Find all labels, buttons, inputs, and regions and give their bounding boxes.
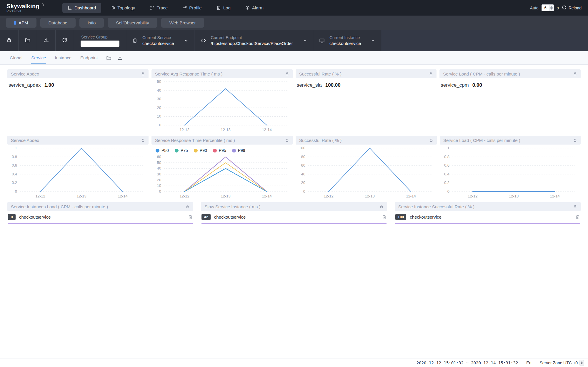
svg-text:12-12: 12-12 — [179, 194, 189, 198]
legend-item-p50[interactable]: P50 — [156, 148, 169, 153]
lock-icon[interactable] — [379, 205, 384, 209]
svg-text:60: 60 — [301, 163, 305, 167]
nav-item-dashboard[interactable]: Dashboard — [62, 3, 101, 13]
card-slow-instance: Slow Service Instance ( ms ) 42 checkout… — [201, 202, 387, 224]
svg-text:50: 50 — [157, 79, 161, 84]
tab-instance[interactable]: Instance — [55, 51, 71, 64]
service-load-chart[interactable]: 00.20.40.60.8112-1212-1312-14 — [440, 145, 581, 200]
auto-interval-stepper[interactable]: 6 — [542, 4, 554, 11]
service-group-input[interactable] — [81, 41, 119, 47]
export-template-button[interactable] — [37, 30, 55, 51]
selector-value: checkoutservice — [329, 41, 361, 46]
current-endpoint-selector[interactable]: Current Endpoint /hipstershop.CheckoutSe… — [194, 30, 313, 51]
svg-text:0: 0 — [159, 189, 161, 194]
time-range-picker[interactable]: 2020-12-12 15:01:32 ~ 2020-12-14 15:31:3… — [417, 361, 518, 365]
tab-apm[interactable]: APM — [6, 18, 36, 28]
server-zone-control: Server Zone UTC +0 — [539, 360, 584, 366]
lock-icon[interactable] — [285, 138, 289, 142]
reload-label: Reload — [569, 6, 582, 10]
clipboard-icon[interactable] — [382, 215, 387, 219]
tab-web-browser[interactable]: Web Browser — [161, 18, 204, 28]
percentile-chart[interactable]: 010203040506012-1212-1312-14 — [151, 153, 293, 201]
successful-rate-chart[interactable]: 02040608010012-1212-1312-14 — [296, 145, 437, 200]
svg-text:0.4: 0.4 — [444, 172, 449, 176]
instance-row[interactable]: 100 checkoutservice — [395, 214, 580, 220]
tab-service[interactable]: Service — [31, 51, 46, 64]
nav-item-label: Log — [223, 5, 231, 10]
card-service-load-value: Service Load ( CPM - calls per minute ) … — [439, 69, 581, 133]
instance-row[interactable]: 0 checkoutservice — [8, 214, 193, 220]
nav-item-topology[interactable]: Topology — [105, 3, 140, 13]
scope-tabs: Global Service Instance Endpoint — [0, 51, 588, 65]
import-template-button[interactable] — [19, 30, 37, 51]
service-group-label: Service Group — [81, 35, 119, 39]
service-apdex-chart[interactable]: 00.20.40.60.8112-1212-1312-14 — [7, 145, 149, 200]
card-title: Slow Service Instance ( ms ) — [204, 204, 260, 209]
clipboard-icon[interactable] — [575, 215, 580, 219]
clipboard-icon[interactable] — [188, 215, 193, 219]
svg-text:0.2: 0.2 — [12, 180, 17, 185]
import-view-button[interactable] — [106, 55, 111, 61]
svg-text:12-14: 12-14 — [550, 194, 560, 198]
lock-dashboard-button[interactable] — [0, 30, 18, 51]
svg-text:40: 40 — [301, 172, 305, 176]
lock-icon[interactable] — [186, 205, 190, 209]
lock-icon[interactable] — [141, 72, 145, 76]
metric-label: service_apdex — [9, 82, 41, 88]
lock-icon[interactable] — [429, 72, 433, 76]
tab-istio[interactable]: Istio — [79, 18, 104, 28]
tab-selfobservability[interactable]: SelfObservability — [108, 18, 157, 28]
svg-text:0: 0 — [303, 189, 305, 194]
nav-item-profile[interactable]: Profile — [177, 3, 207, 13]
svg-text:12-13: 12-13 — [76, 194, 86, 198]
lock-icon — [6, 37, 12, 44]
current-service-selector[interactable]: Current Service checkoutservice — [126, 30, 194, 51]
lock-icon[interactable] — [573, 138, 577, 142]
legend-label: P90 — [200, 148, 207, 153]
avg-response-time-chart[interactable]: 0102030405012-1212-1312-14 — [151, 78, 293, 133]
nav-item-trace[interactable]: Trace — [144, 3, 173, 13]
tab-database[interactable]: Database — [40, 18, 76, 28]
top-navbar: Skywalking Rocketbot Dashboard Topology … — [0, 0, 588, 16]
tab-label: Database — [49, 20, 67, 25]
app-logo: Skywalking Rocketbot — [6, 3, 45, 13]
lock-icon[interactable] — [429, 138, 433, 142]
tab-global[interactable]: Global — [10, 51, 22, 64]
legend-item-p95[interactable]: P95 — [213, 148, 226, 153]
selector-label: Current Endpoint — [211, 35, 293, 40]
tab-label: Istio — [88, 20, 96, 25]
svg-text:1: 1 — [15, 146, 17, 150]
card-title: Service Instances Load ( CPM - calls per… — [11, 204, 108, 209]
card-title: Service Load ( CPM - calls per minute ) — [443, 71, 520, 76]
nav-item-alarm[interactable]: Alarm — [240, 3, 269, 13]
current-instance-selector[interactable]: Current Instance checkoutservice — [313, 30, 381, 51]
zone-stepper-icon[interactable] — [579, 360, 584, 366]
service-group-block: Service Group — [74, 30, 126, 51]
svg-text:0.6: 0.6 — [444, 163, 449, 167]
lock-icon[interactable] — [285, 72, 289, 76]
stepper-arrows-icon[interactable] — [549, 5, 554, 11]
nav-item-log[interactable]: Log — [211, 3, 236, 13]
svg-text:100: 100 — [299, 146, 305, 150]
reload-button[interactable]: Reload — [562, 5, 582, 11]
tab-endpoint[interactable]: Endpoint — [80, 51, 98, 64]
nav-item-label: Dashboard — [74, 5, 96, 10]
legend-item-p90[interactable]: P90 — [194, 148, 207, 153]
instance-row[interactable]: 42 checkoutservice — [201, 214, 386, 220]
refresh-services-button[interactable] — [56, 30, 74, 51]
export-view-button[interactable] — [117, 55, 123, 61]
card-service-load-chart: Service Load ( CPM - calls per minute ) … — [440, 136, 581, 200]
subtab-label: Endpoint — [80, 55, 98, 60]
card-successful-rate-value: Successful Rate ( % ) service_sla 100.00 — [296, 69, 437, 133]
lock-icon[interactable] — [141, 138, 145, 142]
card-service-apdex-value: Service Apdex service_apdex 1.00 — [7, 69, 149, 133]
legend-item-p99[interactable]: P99 — [232, 148, 245, 153]
legend-item-p75[interactable]: P75 — [175, 148, 188, 153]
language-switch[interactable]: En — [526, 361, 531, 365]
lock-icon[interactable] — [573, 205, 577, 209]
toolbar-spacer — [381, 30, 588, 51]
lock-icon[interactable] — [573, 72, 577, 76]
metric-value: 100.00 — [325, 82, 341, 88]
svg-text:0.8: 0.8 — [12, 155, 17, 159]
metric-value: 1.00 — [44, 82, 54, 88]
